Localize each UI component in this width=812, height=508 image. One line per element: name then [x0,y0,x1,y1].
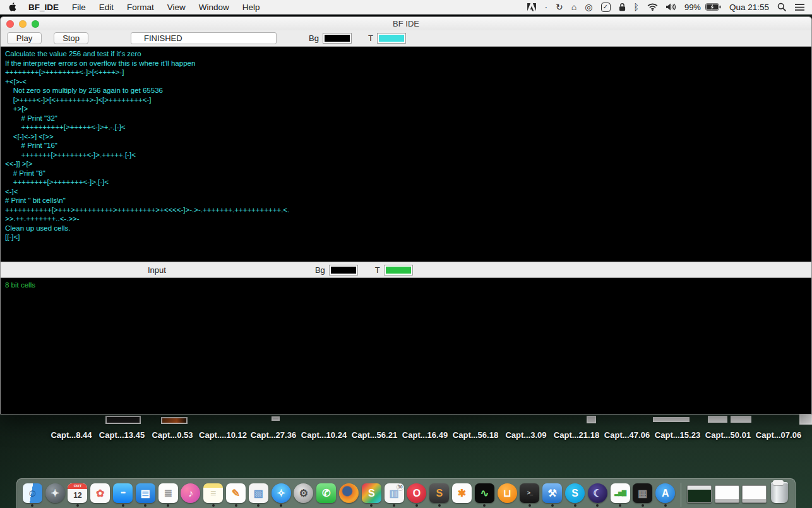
menu-format[interactable]: Format [127,3,154,12]
desktop-file-icon-partial[interactable] [799,414,812,425]
dock-item-photos[interactable]: ✿ [90,483,110,507]
input-editor[interactable]: 8 bit cells [1,278,811,414]
running-indicator [167,504,169,507]
desktop-file-label[interactable]: Capt...27.36 [248,430,299,440]
status-separator-dot[interactable]: · [544,3,547,11]
desktop-file-icon-partial[interactable] [105,416,141,424]
dock-item-skype[interactable]: S [564,483,585,507]
sync-icon[interactable]: ↻ [556,3,563,11]
app-menu-title[interactable]: BF_IDE [28,3,59,12]
desktop-file-icon-partial[interactable] [272,416,280,421]
dock-item-numbers[interactable]: ▂▅▇ [610,483,631,507]
input-text-color-well[interactable] [384,265,413,275]
battery-charging-icon[interactable] [705,3,721,11]
desktop-file-label[interactable]: Capt...50.01 [703,430,753,440]
desktop-file-icon-partial[interactable] [653,417,690,422]
code-line: +>[> [5,104,807,114]
dock-item-calendar[interactable]: 12OUT [68,483,88,507]
desktop-file-icon-partial[interactable] [161,417,188,424]
dock-item-textedit[interactable]: ≣ [158,483,179,507]
dock-item-document-app[interactable]: ▥30 [384,483,405,507]
desktop-file-label[interactable]: Capt...21.18 [551,430,602,440]
status-field[interactable]: FINISHED [131,32,277,44]
dock-item-system-preferences[interactable]: ⚙ [294,483,314,507]
dock-item-sublime-text[interactable]: S [429,483,450,507]
adobe-icon[interactable] [527,3,536,11]
desktop-file-label[interactable]: Capt...16.49 [400,430,450,440]
desktop-file-label[interactable]: Capt...56.21 [349,430,400,440]
code-editor[interactable]: Calculate the value 256 and test if it's… [1,47,811,262]
home-icon[interactable]: ⌂ [571,3,576,11]
eclipse-icon: ☾ [588,483,607,503]
lock-icon[interactable] [619,3,626,11]
running-indicator [31,504,33,507]
dock-item-waveform-app[interactable]: ∿ [474,483,495,507]
orange-star-app-icon: ✱ [452,483,472,503]
dock-item-notes[interactable]: ≡ [203,483,224,507]
bluetooth-icon[interactable]: ᛒ [634,3,639,11]
desktop-file-label[interactable]: Capt...13.45 [97,430,147,440]
desktop-file-label[interactable]: Capt...0.53 [147,430,198,440]
desktop-file-label[interactable]: Capt...3.09 [501,430,551,440]
dock-item-minimized-window-input[interactable] [686,485,712,507]
desktop-file-icon-partial[interactable] [731,416,751,423]
menu-help[interactable]: Help [242,3,260,12]
dock-item-eclipse[interactable]: ☾ [587,483,608,507]
running-indicator [664,504,667,507]
desktop-file-label[interactable]: Capt...8.44 [46,430,97,440]
dock-item-keynote[interactable]: ▤ [135,483,156,507]
checkmark-icon[interactable]: ✓ [601,3,611,12]
menu-edit[interactable]: Edit [99,3,114,12]
facetime-icon: ✆ [316,483,336,503]
status-icons: ·↻⌂◎✓ᛒ [527,3,676,12]
desktop-file-label[interactable]: Capt...56.18 [450,430,501,440]
opera-icon: O [407,483,426,503]
desktop-file-icon-partial[interactable] [587,416,596,423]
dock-item-itunes[interactable]: ♪ [181,483,201,507]
dock-item-dark-grid-app[interactable]: ▦ [633,483,654,507]
dock-item-firefox[interactable] [338,483,359,507]
dock-item-opera[interactable]: O [407,483,427,507]
play-button[interactable]: Play [7,32,42,44]
desktop-file-label[interactable]: Capt...47.06 [602,430,652,440]
menu-bar-clock[interactable]: Qua 21:55 [729,3,769,12]
dock-item-ibooks[interactable]: ⊔ [497,483,518,507]
desktop-file-label[interactable]: Capt....10.12 [198,430,248,440]
apple-menu-icon[interactable] [8,2,16,12]
dock-item-messages[interactable]: ••• [112,483,133,507]
spotlight-icon[interactable] [777,3,786,11]
text-color-well[interactable] [377,33,406,44]
menu-file[interactable]: File [72,3,86,12]
bf-ide-window: BF IDE Play Stop FINISHED Bg T Calculate… [0,16,812,414]
dock-item-app-store[interactable]: A [655,483,676,507]
menu-view[interactable]: View [167,3,186,12]
dock-item-orange-star-app[interactable]: ✱ [451,483,472,507]
creative-cloud-icon[interactable]: ◎ [585,3,592,11]
desktop-file-label[interactable]: Capt...07.06 [753,430,804,440]
menu-window[interactable]: Window [199,3,229,12]
dock-item-finder[interactable]: ☺ [22,483,43,507]
window-titlebar[interactable]: BF IDE [1,17,811,30]
desktop-file-label[interactable]: Capt...15.23 [652,430,703,440]
dock-item-facetime[interactable]: ✆ [316,483,337,507]
notification-center-icon[interactable] [795,4,804,11]
desktop-file-icon-partial[interactable] [708,416,727,423]
dock-item-slack[interactable]: S [361,483,382,507]
dock-item-terminal[interactable]: >_ [520,483,540,507]
bg-color-well[interactable] [323,33,352,44]
dock-item-minimized-window[interactable] [714,485,740,507]
code-line: Clean up used cells. [5,224,807,233]
dock-item-trash[interactable] [769,482,790,507]
dock-item-pages[interactable]: ✎ [225,483,246,507]
desktop-file-label[interactable]: Capt...10.24 [299,430,349,440]
dock-item-minimized-window[interactable] [742,485,768,507]
wifi-icon[interactable] [647,3,658,11]
dock-item-xcode[interactable]: ⚒ [542,483,563,507]
dock-item-safari[interactable]: ✧ [271,483,292,507]
input-bg-color-well[interactable] [329,265,358,275]
dock-item-preview[interactable]: ▧ [248,483,269,507]
stop-button[interactable]: Stop [54,32,88,44]
volume-icon[interactable] [666,3,676,11]
dock-item-launchpad[interactable]: ✦ [45,483,66,507]
running-indicator [642,504,644,507]
